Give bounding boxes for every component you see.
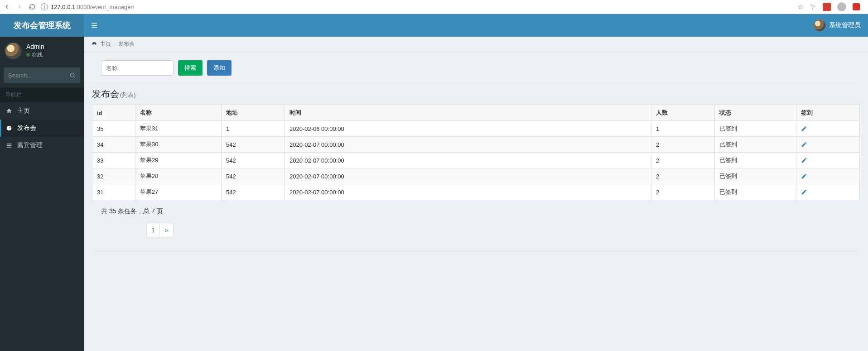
main-column: ☰ 系统管理员 主页 › 发布会 搜索 添加 发布会(列表): [84, 14, 868, 351]
list-icon: [5, 142, 13, 149]
cell-count: 2: [651, 137, 715, 153]
cell-status: 已签到: [715, 184, 796, 200]
topbar-user-label: 系统管理员: [829, 21, 861, 29]
svg-point-0: [70, 73, 74, 77]
url-path: :8000/event_manager/: [75, 4, 134, 10]
sidebar-username: Admin: [26, 43, 44, 50]
divider: [92, 83, 860, 83]
cell-address: 542: [222, 184, 285, 200]
cell-address: 542: [222, 153, 285, 168]
breadcrumb-home[interactable]: 主页: [100, 40, 111, 48]
sidebar-search-input[interactable]: [4, 67, 80, 83]
sidebar-item-guests[interactable]: 嘉宾管理: [0, 137, 84, 154]
name-search-input[interactable]: [101, 60, 174, 76]
col-count: 人数: [651, 105, 715, 121]
edit-icon[interactable]: [801, 157, 807, 164]
table-row: 34苹果305422020-02-07 00:00:002已签到: [92, 137, 860, 153]
edit-icon[interactable]: [801, 125, 807, 132]
col-signin: 签到: [796, 105, 860, 121]
cell-signin: [796, 137, 860, 153]
cell-time: 2020-02-07 00:00:00: [285, 184, 651, 200]
table-row: 32苹果285422020-02-07 00:00:002已签到: [92, 168, 860, 184]
sidebar-user-status: 在线: [26, 51, 44, 59]
add-button[interactable]: 添加: [207, 60, 231, 76]
svg-point-5: [94, 43, 95, 44]
sidebar-nav-header: 导航栏: [0, 87, 84, 102]
page-1[interactable]: 1: [146, 223, 160, 237]
col-id: id: [92, 105, 135, 121]
dashboard-icon: [91, 41, 97, 48]
dashboard-icon: [5, 125, 13, 132]
cell-address: 1: [222, 121, 285, 137]
browser-profile-icon[interactable]: [837, 2, 846, 11]
url-host: 127.0.0.1: [51, 4, 75, 10]
sidebar-toggle-icon[interactable]: ☰: [91, 21, 97, 30]
cell-address: 542: [222, 168, 285, 184]
star-icon[interactable]: ☆: [798, 3, 804, 10]
extension-icon[interactable]: [823, 3, 831, 11]
cell-address: 542: [222, 137, 285, 153]
search-button[interactable]: 搜索: [178, 60, 203, 76]
browser-forward-icon[interactable]: [16, 4, 23, 10]
app-logo[interactable]: 发布会管理系统: [0, 14, 84, 37]
table-row: 35苹果3112020-02-06 00:00:001已签到: [92, 121, 860, 137]
cell-id: 32: [92, 168, 135, 184]
cursor-ext-icon[interactable]: [810, 3, 816, 10]
section-title: 发布会(列表): [92, 88, 860, 100]
avatar: [5, 42, 22, 59]
svg-rect-4: [7, 147, 12, 148]
browser-back-icon[interactable]: [4, 4, 10, 10]
cell-count: 2: [651, 153, 715, 168]
pagination: 1 »: [146, 223, 860, 237]
sidebar-item-label: 发布会: [17, 124, 36, 132]
col-name: 名称: [135, 105, 222, 121]
table-row: 33苹果295422020-02-07 00:00:002已签到: [92, 153, 860, 168]
cell-signin: [796, 121, 860, 137]
cell-name: 苹果27: [135, 184, 222, 200]
cell-signin: [796, 168, 860, 184]
cell-status: 已签到: [715, 153, 796, 168]
browser-chrome: i 127.0.0.1:8000/event_manager/ ☆: [0, 0, 868, 14]
cell-signin: [796, 153, 860, 168]
events-table: id 名称 地址 时间 人数 状态 签到 35苹果3112020-02-06 0…: [92, 105, 860, 200]
cell-id: 34: [92, 137, 135, 153]
col-time: 时间: [285, 105, 651, 121]
sidebar-item-home[interactable]: 主页: [0, 102, 84, 120]
search-icon[interactable]: [69, 72, 76, 79]
svg-rect-2: [7, 144, 12, 144]
divider: [92, 251, 860, 251]
sidebar-item-label: 嘉宾管理: [17, 141, 43, 149]
cell-count: 2: [651, 168, 715, 184]
col-status: 状态: [715, 105, 796, 121]
edit-icon[interactable]: [801, 141, 807, 148]
cell-count: 2: [651, 184, 715, 200]
browser-address-bar[interactable]: i 127.0.0.1:8000/event_manager/: [41, 3, 792, 10]
filter-row: 搜索 添加: [92, 60, 860, 76]
col-address: 地址: [222, 105, 285, 121]
cell-status: 已签到: [715, 121, 796, 137]
sidebar-item-events[interactable]: 发布会: [0, 120, 84, 137]
app-title: 发布会管理系统: [14, 20, 71, 31]
cell-status: 已签到: [715, 168, 796, 184]
status-online-icon: [26, 53, 30, 57]
cell-name: 苹果31: [135, 121, 222, 137]
breadcrumb: 主页 › 发布会: [84, 37, 868, 52]
cell-time: 2020-02-06 00:00:00: [285, 121, 651, 137]
page-next[interactable]: »: [160, 223, 174, 237]
cell-name: 苹果29: [135, 153, 222, 168]
chevron-right-icon: ›: [114, 41, 116, 48]
edit-icon[interactable]: [801, 189, 807, 196]
sidebar-search: [4, 67, 80, 83]
home-icon: [5, 107, 13, 115]
browser-menu-icon[interactable]: [853, 3, 860, 10]
cell-name: 苹果30: [135, 137, 222, 153]
edit-icon[interactable]: [801, 173, 807, 180]
cell-signin: [796, 184, 860, 200]
cell-count: 1: [651, 121, 715, 137]
table-row: 31苹果275422020-02-07 00:00:002已签到: [92, 184, 860, 200]
cell-id: 31: [92, 184, 135, 200]
topbar-user[interactable]: 系统管理员: [814, 19, 861, 31]
sidebar: 发布会管理系统 Admin 在线 导航栏 主页: [0, 14, 84, 351]
cell-time: 2020-02-07 00:00:00: [285, 153, 651, 168]
browser-reload-icon[interactable]: [29, 4, 35, 10]
